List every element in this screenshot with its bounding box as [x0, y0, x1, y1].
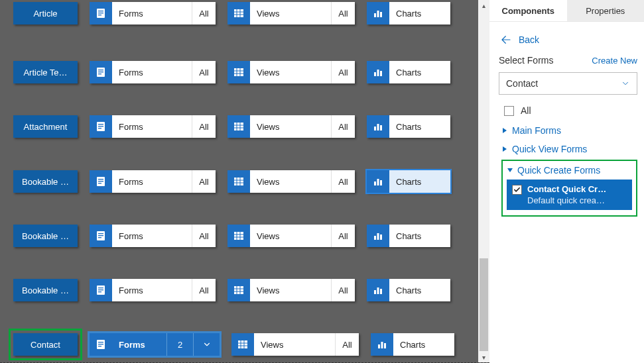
all-label: All — [521, 105, 531, 116]
charts-block[interactable]: Charts — [367, 2, 450, 25]
charts-label: Charts — [389, 279, 450, 301]
charts-label: Charts — [393, 333, 454, 356]
forms-tag: All — [192, 225, 216, 247]
all-checkbox[interactable] — [504, 106, 514, 116]
entity-tile[interactable]: Bookable … — [13, 225, 78, 247]
forms-block[interactable]: Forms2 — [90, 333, 220, 356]
create-new-link[interactable]: Create New — [592, 56, 637, 66]
views-block[interactable]: ViewsAll — [227, 279, 355, 301]
triangle-right-icon — [501, 146, 508, 152]
charts-block[interactable]: Charts — [367, 170, 450, 193]
entity-dropdown[interactable]: Contact — [499, 72, 637, 95]
svg-rect-2 — [98, 13, 103, 13]
views-tag: All — [335, 333, 359, 356]
chevron-down-icon — [202, 340, 212, 349]
views-tag: All — [331, 170, 355, 193]
form-icon-wrap — [90, 170, 112, 193]
table-icon-wrap — [227, 225, 250, 247]
triangle-down-icon — [507, 167, 513, 174]
charts-label: Charts — [389, 2, 450, 25]
charts-label: Charts — [389, 225, 450, 247]
group-main-forms-label: Main Forms — [512, 125, 561, 136]
entity-tile[interactable]: Attachment — [13, 115, 78, 138]
charts-block[interactable]: Charts — [367, 279, 450, 301]
svg-rect-15 — [374, 72, 376, 76]
form-icon-wrap — [90, 61, 112, 83]
views-block[interactable]: ViewsAll — [227, 170, 355, 193]
table-icon-wrap — [227, 61, 250, 83]
views-block[interactable]: ViewsAll — [227, 115, 355, 138]
entity-tile[interactable]: Bookable … — [13, 279, 78, 301]
entity-tile[interactable]: Article — [13, 2, 78, 25]
charts-block[interactable]: Charts — [367, 115, 450, 138]
svg-rect-46 — [98, 287, 103, 288]
bar-chart-icon — [373, 285, 383, 295]
forms-label: Forms — [112, 333, 166, 356]
entity-tile[interactable]: Article Te… — [13, 61, 78, 83]
vertical-scrollbar[interactable]: ▴ ▾ — [478, 0, 489, 363]
bar-chart-icon — [373, 231, 383, 241]
views-block[interactable]: ViewsAll — [231, 333, 359, 356]
forms-block[interactable]: FormsAll — [90, 2, 216, 25]
forms-block[interactable]: FormsAll — [90, 61, 216, 83]
svg-rect-44 — [380, 234, 382, 240]
views-block[interactable]: ViewsAll — [227, 2, 355, 25]
svg-rect-1 — [98, 11, 103, 11]
select-forms-label: Select Forms — [499, 55, 553, 66]
forms-block[interactable]: FormsAll — [90, 170, 216, 193]
tab-components[interactable]: Components — [489, 0, 567, 21]
forms-label: Forms — [112, 279, 192, 301]
forms-expand[interactable] — [193, 333, 220, 356]
form-icon — [96, 176, 106, 187]
views-tag: All — [331, 115, 355, 138]
form-icon — [96, 67, 106, 78]
form-icon — [96, 339, 106, 350]
charts-block[interactable]: Charts — [367, 225, 450, 247]
entity-tile[interactable]: Contact — [13, 333, 78, 356]
tab-properties[interactable]: Properties — [567, 0, 645, 21]
group-quick-view-forms[interactable]: Quick View Forms — [501, 140, 637, 158]
form-item-subtitle: Default quick crea… — [527, 195, 627, 206]
bar-chart-icon — [373, 121, 383, 132]
views-label: Views — [250, 170, 331, 193]
bar-chart-icon-wrap — [367, 2, 389, 25]
table-icon — [233, 67, 244, 78]
table-icon — [233, 176, 244, 187]
views-block[interactable]: ViewsAll — [227, 225, 355, 247]
charts-block[interactable]: Charts — [371, 333, 454, 356]
form-icon-wrap — [90, 333, 112, 356]
forms-tag: All — [192, 2, 216, 25]
svg-rect-53 — [380, 289, 382, 294]
forms-label: Forms — [112, 115, 192, 138]
form-icon — [96, 285, 106, 295]
charts-block[interactable]: Charts — [367, 61, 450, 83]
svg-rect-42 — [374, 236, 376, 240]
svg-rect-23 — [234, 123, 243, 125]
scroll-thumb[interactable] — [480, 258, 488, 351]
bar-chart-icon — [373, 176, 383, 187]
views-label: Views — [250, 2, 331, 25]
views-block[interactable]: ViewsAll — [227, 61, 355, 83]
table-icon — [233, 121, 244, 132]
forms-block[interactable]: FormsAll — [90, 279, 216, 301]
scroll-down-icon[interactable]: ▾ — [478, 352, 489, 363]
views-label: Views — [250, 279, 331, 301]
svg-rect-55 — [98, 342, 103, 342]
forms-block[interactable]: FormsAll — [90, 225, 216, 247]
back-button[interactable]: Back — [499, 30, 637, 55]
views-tag: All — [331, 279, 355, 301]
forms-tag: All — [192, 61, 216, 83]
forms-block[interactable]: FormsAll — [90, 115, 216, 138]
form-icon — [96, 231, 106, 241]
views-tag: All — [331, 61, 355, 83]
bar-chart-icon-wrap — [367, 61, 389, 83]
entity-tile[interactable]: Bookable … — [13, 170, 78, 193]
bar-chart-icon-wrap — [371, 333, 393, 356]
group-quick-create-forms[interactable]: Quick Create Forms — [507, 165, 632, 180]
group-main-forms[interactable]: Main Forms — [501, 121, 637, 140]
form-item-text: Contact Quick Cr… Default quick crea… — [527, 183, 627, 206]
scroll-up-icon[interactable]: ▴ — [478, 0, 489, 11]
form-item-contact-quick-create[interactable]: Contact Quick Cr… Default quick crea… — [507, 180, 632, 210]
form-item-checkbox[interactable] — [512, 185, 522, 195]
svg-rect-57 — [98, 346, 101, 346]
